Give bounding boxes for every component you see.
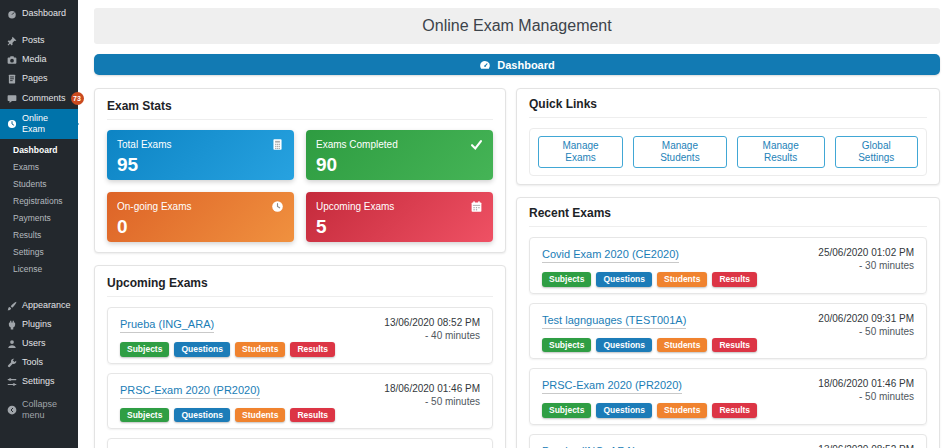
media-icon (7, 55, 17, 65)
exam-title-link[interactable]: Prueba (ING_ARA) (542, 445, 636, 448)
dashboard-icon (7, 9, 17, 19)
stat-label: Total Exams (117, 139, 171, 151)
students-badge[interactable]: Students (657, 272, 707, 287)
settings-icon (7, 377, 17, 387)
exam-title-link[interactable]: Test lagnguages (TEST001A) (542, 314, 686, 329)
sidebar-item-settings[interactable]: Settings (0, 372, 78, 391)
quick-link-button[interactable]: Manage Students (633, 136, 727, 168)
sidebar-item-media[interactable]: Media (0, 50, 78, 69)
sidebar-item-dashboard[interactable]: Dashboard (0, 4, 78, 23)
quick-link-button[interactable]: Manage Results (737, 136, 825, 168)
results-badge[interactable]: Results (290, 342, 335, 357)
stat-value: 0 (117, 216, 284, 237)
sidebar-item-plugins[interactable]: Plugins (0, 315, 78, 334)
subjects-badge[interactable]: Subjects (542, 338, 591, 353)
results-badge[interactable]: Results (712, 403, 757, 418)
students-badge[interactable]: Students (657, 403, 707, 418)
exam-title-link[interactable]: PRSC-Exam 2020 (PR2020) (542, 379, 682, 394)
comments-icon (7, 94, 17, 104)
submenu-item-dashboard[interactable]: Dashboard (0, 142, 78, 159)
results-badge[interactable]: Results (290, 408, 335, 423)
sidebar-item-label: Posts (22, 35, 45, 46)
exam-card: Test lagnguages (TEST001A) Subjects Ques… (529, 303, 927, 360)
exam-badges: Subjects Questions Students Results (542, 272, 757, 287)
users-icon (7, 339, 17, 349)
plugins-icon (7, 320, 17, 330)
questions-badge[interactable]: Questions (596, 272, 652, 287)
sidebar-item-users[interactable]: Users (0, 334, 78, 353)
sidebar-item-tools[interactable]: Tools (0, 353, 78, 372)
recent-exams-card: Recent Exams Covid Exam 2020 (CE2020) Su… (516, 197, 940, 448)
exam-badges: Subjects Questions Students Results (120, 408, 335, 423)
page-title: Online Exam Management (422, 17, 611, 35)
exam-title-link[interactable]: PRSC-Exam 2020 (PR2020) (120, 384, 260, 399)
exam-badges: Subjects Questions Students Results (120, 342, 335, 357)
sidebar-item-comments[interactable]: Comments 73 (0, 88, 78, 109)
check-icon (470, 138, 483, 151)
stat-tile: On-going Exams 0 (107, 192, 294, 242)
sidebar-item-pages[interactable]: Pages (0, 69, 78, 88)
subjects-badge[interactable]: Subjects (120, 408, 169, 423)
recent-exams-heading: Recent Exams (529, 206, 927, 227)
dashboard-nav-button[interactable]: Dashboard (94, 54, 940, 75)
stat-tile: Upcoming Exams 5 (306, 192, 493, 242)
questions-badge[interactable]: Questions (596, 338, 652, 353)
submenu-item-students[interactable]: Students (0, 176, 78, 193)
subjects-badge[interactable]: Subjects (542, 272, 591, 287)
stats-grid: Total Exams 95 Exams Completed 90 (107, 130, 493, 242)
submenu-item-exams[interactable]: Exams (0, 159, 78, 176)
exam-duration: - 50 minutes (384, 395, 480, 408)
stat-label: Exams Completed (316, 139, 398, 151)
exam-datetime: 13/06/2020 08:52 PM (818, 443, 914, 448)
results-badge[interactable]: Results (712, 338, 757, 353)
appearance-icon (7, 301, 17, 311)
sidebar-item-online-exam[interactable]: Online Exam (0, 109, 78, 139)
upcoming-exams-heading: Upcoming Exams (107, 276, 493, 297)
calculator-icon (271, 138, 284, 151)
stat-value: 5 (316, 216, 483, 237)
students-badge[interactable]: Students (657, 338, 707, 353)
sidebar-item-posts[interactable]: Posts (0, 31, 78, 50)
exam-stats-heading: Exam Stats (107, 99, 493, 120)
students-badge[interactable]: Students (235, 342, 285, 357)
sidebar-item-label: Users (22, 338, 46, 349)
exam-title-link[interactable]: Prueba (ING_ARA) (120, 318, 214, 333)
submenu-item-results[interactable]: Results (0, 227, 78, 244)
sidebar-item-label: Pages (22, 73, 48, 84)
students-badge[interactable]: Students (235, 408, 285, 423)
results-badge[interactable]: Results (712, 272, 757, 287)
sidebar-item-appearance[interactable]: Appearance (0, 296, 78, 315)
clock-icon (271, 200, 284, 213)
submenu-item-registrations[interactable]: Registrations (0, 193, 78, 210)
pages-icon (7, 74, 17, 84)
recent-exams-list: Covid Exam 2020 (CE2020) Subjects Questi… (529, 237, 927, 448)
exam-card: Test lagnguages (TEST001A) Subjects Ques… (107, 438, 493, 448)
sidebar-item-label: Plugins (22, 319, 52, 330)
sidebar-item-label: Media (22, 54, 47, 65)
exam-duration: - 40 minutes (384, 329, 480, 342)
stat-label: On-going Exams (117, 201, 191, 213)
exam-card: Prueba (ING_ARA) Subjects Questions Stud… (529, 434, 927, 448)
subjects-badge[interactable]: Subjects (542, 403, 591, 418)
admin-sidebar: Dashboard Posts Media Pages Comments 73 … (0, 0, 78, 448)
questions-badge[interactable]: Questions (174, 342, 230, 357)
submenu-item-license[interactable]: License (0, 261, 78, 278)
exam-duration: - 30 minutes (818, 259, 914, 272)
exam-title-link[interactable]: Covid Exam 2020 (CE2020) (542, 248, 679, 263)
stat-label: Upcoming Exams (316, 201, 394, 213)
sidebar-item-collapse-menu[interactable]: Collapse menu (0, 395, 78, 425)
collapse-icon (7, 405, 17, 415)
main-content: Online Exam Management Dashboard Exam St… (78, 0, 944, 448)
online-exam-icon (7, 119, 17, 129)
submenu-item-payments[interactable]: Payments (0, 210, 78, 227)
sidebar-item-label: Settings (22, 376, 55, 387)
exam-card: PRSC-Exam 2020 (PR2020) Subjects Questio… (529, 368, 927, 425)
questions-badge[interactable]: Questions (174, 408, 230, 423)
quick-link-button[interactable]: Global Settings (835, 136, 918, 168)
questions-badge[interactable]: Questions (596, 403, 652, 418)
subjects-badge[interactable]: Subjects (120, 342, 169, 357)
quick-link-button[interactable]: Manage Exams (538, 136, 623, 168)
submenu-item-settings[interactable]: Settings (0, 244, 78, 261)
exam-card: PRSC-Exam 2020 (PR2020) Subjects Questio… (107, 373, 493, 430)
exam-datetime: 13/06/2020 08:52 PM (384, 316, 480, 329)
